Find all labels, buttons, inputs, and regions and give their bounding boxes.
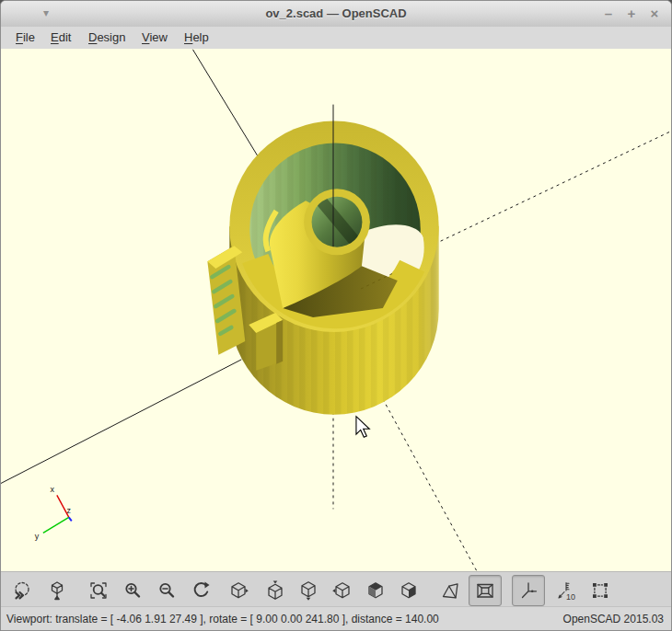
viewport-canvas[interactable]: x y z <box>1 49 671 571</box>
svg-text:10: 10 <box>566 592 575 602</box>
view-bottom-icon <box>298 580 319 601</box>
reset-view-button[interactable] <box>184 575 217 606</box>
orthogonal-view-icon <box>475 580 495 601</box>
minimize-button[interactable]: – <box>601 6 616 21</box>
view-left-button[interactable] <box>326 575 359 606</box>
show-axes-icon <box>518 580 539 601</box>
view-back-icon <box>399 580 419 601</box>
window-title: ov_2.scad — OpenSCAD <box>1 1 671 27</box>
menu-design[interactable]: Design <box>81 27 133 49</box>
show-axes-button[interactable] <box>512 575 545 606</box>
reset-view-icon <box>191 580 211 601</box>
zoom-out-button[interactable] <box>150 575 183 606</box>
axis-z-label: z <box>67 506 72 515</box>
view-toolbar: 10 <box>1 571 671 607</box>
menu-help[interactable]: Help <box>177 27 216 49</box>
openscad-window: ▾ ov_2.scad — OpenSCAD – + × File Edit D… <box>0 0 672 631</box>
model-3d <box>207 121 438 415</box>
view-right-icon <box>228 580 249 601</box>
perspective-view-button[interactable] <box>434 575 467 606</box>
window-controls: – + × <box>601 1 662 27</box>
version-text: OpenSCAD 2015.03 <box>563 607 664 631</box>
title-bar: ▾ ov_2.scad — OpenSCAD – + × <box>1 1 671 28</box>
axis-indicator: x y z <box>35 485 72 541</box>
view-bottom-button[interactable] <box>292 575 325 606</box>
view-all-icon <box>12 580 32 601</box>
show-crosshairs-icon <box>590 580 610 601</box>
view-front-icon <box>365 580 386 601</box>
menu-file[interactable]: File <box>8 27 42 49</box>
zoom-in-icon <box>122 580 143 601</box>
perspective-view-icon <box>440 580 460 601</box>
mouse-cursor-icon <box>356 417 369 438</box>
viewport-status-text: Viewport: translate = [ -4.06 1.91 27.49… <box>6 607 439 631</box>
zoom-out-icon <box>156 580 177 601</box>
zoom-fit-button[interactable] <box>82 575 115 606</box>
zoom-in-button[interactable] <box>116 575 149 606</box>
view-top-button[interactable] <box>259 575 292 606</box>
status-bar: Viewport: translate = [ -4.06 1.91 27.49… <box>1 606 671 631</box>
axis-x-label: x <box>51 485 55 494</box>
show-scale-markers-button[interactable]: 10 <box>549 575 582 606</box>
menu-view[interactable]: View <box>134 27 175 49</box>
view-back-button[interactable] <box>392 575 425 606</box>
menu-bar: File Edit Design View Help <box>1 27 671 50</box>
view-front-button[interactable] <box>359 575 392 606</box>
view-left-icon <box>332 580 353 601</box>
axis-y-label: y <box>35 532 40 541</box>
close-button[interactable]: × <box>647 6 662 21</box>
zoom-fit-icon <box>88 580 109 601</box>
maximize-button[interactable]: + <box>624 6 639 21</box>
view-right-button[interactable] <box>222 575 255 606</box>
orthogonal-view-button[interactable] <box>469 575 502 606</box>
show-crosshairs-button[interactable] <box>584 575 617 606</box>
show-scale-markers-icon: 10 <box>555 580 575 601</box>
view-center-icon <box>47 580 67 601</box>
view-top-icon <box>265 580 285 601</box>
view-all-button[interactable] <box>6 575 39 606</box>
view-center-button[interactable] <box>41 575 74 606</box>
menu-edit[interactable]: Edit <box>43 27 78 49</box>
